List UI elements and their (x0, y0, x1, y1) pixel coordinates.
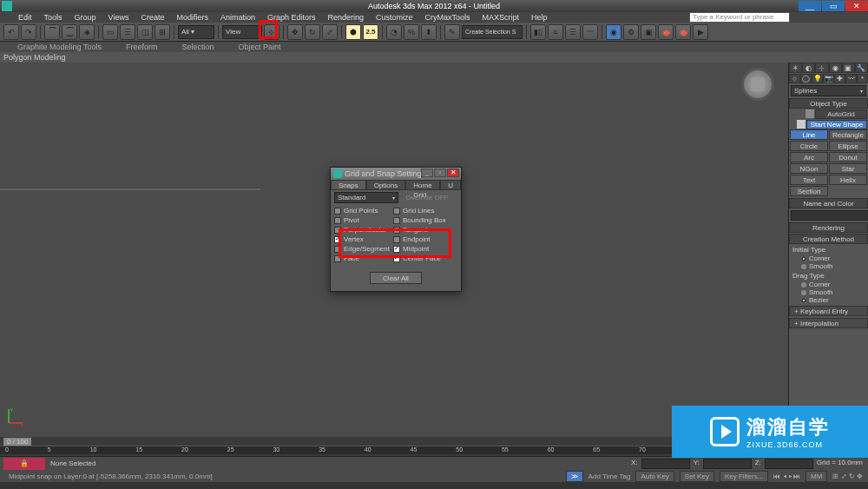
menu-rendering[interactable]: Rendering (322, 13, 371, 22)
snap-gridlines[interactable]: Grid Lines (393, 206, 452, 215)
x-field[interactable] (641, 459, 690, 469)
percent-snap-button[interactable]: % (404, 24, 419, 40)
radio-smooth2[interactable]: Smooth (801, 288, 866, 296)
snap-25-button[interactable]: 2.5 (363, 24, 378, 40)
mm-button[interactable]: MM (806, 471, 827, 482)
render-setup-button[interactable]: ⚙ (623, 24, 639, 40)
snap-type-dropdown[interactable]: Standard (334, 192, 398, 203)
tab-display-icon[interactable]: ▣ (842, 63, 855, 73)
mirror-button[interactable]: ▮▯ (530, 24, 546, 40)
menu-maxscript[interactable]: MAXScript (477, 13, 526, 22)
btn-circle[interactable]: Circle (790, 141, 828, 151)
radio-corner2[interactable]: Corner (801, 281, 866, 288)
btn-ngon[interactable]: NGon (790, 163, 828, 174)
btn-ellipse[interactable]: Ellipse (829, 141, 867, 151)
select-button[interactable]: ▭ (102, 24, 118, 40)
snap-pivot[interactable]: Pivot (334, 215, 393, 225)
render-prod-button[interactable]: 🫖 (675, 24, 691, 40)
time-slider[interactable]: 0 / 100 (3, 438, 31, 446)
object-name-input[interactable] (791, 210, 868, 221)
radio-corner[interactable]: Corner (801, 254, 866, 262)
tab-utilities-icon[interactable]: 🔧 (855, 63, 868, 73)
angle-snap-button[interactable]: ◔ (386, 24, 402, 40)
edit-selection-button[interactable]: ✎ (444, 24, 460, 40)
menu-create[interactable]: Create (135, 13, 170, 22)
filter-dropdown[interactable]: All ▾ (178, 25, 214, 39)
minimize-button[interactable]: __ (799, 1, 821, 11)
dialog-min-button[interactable]: _ (421, 169, 433, 177)
search-input[interactable]: Type a Keyword or phrase (689, 12, 790, 23)
addtimetag[interactable]: Add Time Tag (589, 472, 631, 480)
menu-modifiers[interactable]: Modifiers (170, 13, 214, 22)
maximize-button[interactable]: ▭ (822, 1, 845, 11)
sub-systems-icon[interactable]: * (857, 74, 868, 83)
ribbon-tab-objectpaint[interactable]: Object Paint (226, 43, 293, 51)
menu-crymaxtools[interactable]: CryMaxTools (419, 13, 477, 22)
startnew-label[interactable]: Start New Shape (806, 120, 867, 129)
menu-edit[interactable]: Edit (12, 13, 38, 22)
select-rotate-button[interactable]: ↻ (305, 24, 320, 40)
snap-bbox[interactable]: Bounding Box (393, 215, 452, 225)
material-editor-button[interactable]: ◉ (606, 24, 621, 40)
startnew-checkbox[interactable] (797, 120, 806, 129)
ribbon-tab-freeform[interactable]: Freeform (114, 43, 170, 51)
btn-donut[interactable]: Donut (829, 152, 867, 162)
spinner-snap-button[interactable]: ⬍ (421, 24, 437, 40)
radio-smooth[interactable]: Smooth (801, 262, 866, 270)
shapes-dropdown[interactable]: Splines (791, 85, 866, 96)
autogrid-checkbox[interactable] (806, 109, 814, 118)
ribbon-tab-graphite[interactable]: Graphite Modeling Tools (5, 43, 114, 51)
sub-lights-icon[interactable]: 💡 (812, 74, 823, 83)
btn-text[interactable]: Text (790, 175, 828, 185)
link-button[interactable]: ⁀ (44, 24, 60, 40)
tab-homegrid[interactable]: Home Grid (405, 180, 440, 190)
autokey-button[interactable]: Auto Key (635, 471, 674, 482)
snap-toggle-button[interactable]: ⬢ (345, 24, 361, 40)
snap-gridpoints[interactable]: Grid Points (334, 206, 393, 215)
render-button[interactable]: 🫖 (658, 24, 674, 40)
polygon-modeling-bar[interactable]: Polygon Modeling (0, 52, 868, 63)
coord-dropdown[interactable]: View (222, 25, 262, 39)
btn-star[interactable]: Star (829, 163, 867, 174)
rollout-interpolation[interactable]: Interpolation (789, 318, 868, 328)
btn-line[interactable]: Line (790, 129, 828, 140)
named-selection-dropdown[interactable]: Create Selection S (462, 25, 523, 39)
render-last-button[interactable]: ▶ (693, 24, 708, 40)
setkey-button[interactable]: Set Key (680, 471, 714, 482)
dialog-close-button[interactable]: ✕ (447, 169, 459, 177)
tab-modify-icon[interactable]: ◐ (802, 63, 815, 73)
menu-animation[interactable]: Animation (214, 13, 261, 22)
z-field[interactable] (765, 459, 813, 469)
tab-create-icon[interactable]: ✳ (789, 63, 802, 73)
tab-options[interactable]: Options (366, 180, 406, 190)
tab-hierarchy-icon[interactable]: ⊹ (815, 63, 828, 73)
nav-controls[interactable]: ⊞ ⤢ ↻ ✥ (832, 472, 863, 480)
sub-geometry-icon[interactable]: ○ (789, 74, 800, 83)
btn-helix[interactable]: Helix (829, 175, 867, 185)
viewcube[interactable] (741, 68, 774, 101)
clear-all-button[interactable]: Clear All (370, 272, 422, 284)
viewport-content[interactable] (0, 63, 260, 193)
close-button[interactable]: ✕ (845, 1, 868, 11)
radio-bezier[interactable]: Bezier (801, 296, 866, 304)
select-scale-button[interactable]: ⤢ (322, 24, 338, 40)
ribbon-tab-selection[interactable]: Selection (169, 43, 226, 51)
menu-customize[interactable]: Customize (370, 13, 419, 22)
sub-helpers-icon[interactable]: ✚ (834, 74, 845, 83)
window-crossing-button[interactable]: ⊞ (155, 24, 170, 40)
menu-group[interactable]: Group (69, 13, 102, 22)
selection-lock-icon[interactable]: 🔒 (3, 458, 45, 470)
menu-tools[interactable]: Tools (38, 13, 69, 22)
sub-cameras-icon[interactable]: 📷 (823, 74, 834, 83)
undo-button[interactable]: ↶ (3, 24, 19, 40)
tab-usergrids[interactable]: U (440, 180, 461, 190)
btn-section[interactable]: Section (790, 186, 828, 196)
sub-space-icon[interactable]: 〰 (845, 74, 857, 83)
rollout-keyboard-entry[interactable]: Keyboard Entry (789, 306, 868, 316)
select-region-button[interactable]: ◫ (137, 24, 153, 40)
keyfilters-button[interactable]: Key Filters... (720, 471, 768, 482)
render-frame-button[interactable]: ▣ (641, 24, 656, 40)
btn-rectangle[interactable]: Rectangle (829, 129, 867, 140)
curve-editor-button[interactable]: 〰 (582, 24, 598, 40)
align-button[interactable]: ≡ (548, 24, 563, 40)
